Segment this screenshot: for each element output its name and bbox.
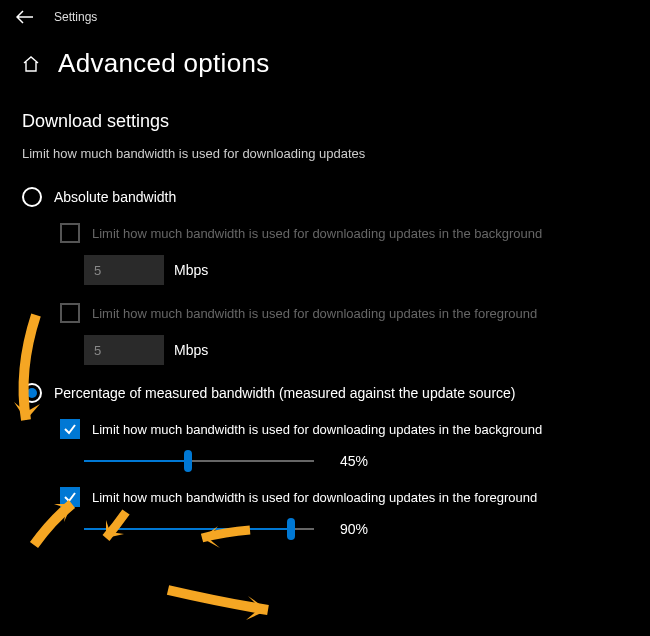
radio-label: Absolute bandwidth <box>54 189 176 205</box>
percentage-bandwidth-group: Limit how much bandwidth is used for dow… <box>22 419 650 539</box>
slider-thumb[interactable] <box>287 518 295 540</box>
slider-value: 45% <box>340 453 380 469</box>
checkbox-icon <box>60 223 80 243</box>
absolute-bg-input[interactable] <box>84 255 164 285</box>
download-settings-section: Download settings Limit how much bandwid… <box>0 101 650 539</box>
percentage-bg-slider[interactable] <box>84 451 314 471</box>
unit-label: Mbps <box>174 262 208 278</box>
home-icon[interactable] <box>22 55 40 73</box>
page-title: Advanced options <box>58 48 270 79</box>
radio-icon <box>22 187 42 207</box>
absolute-bg-input-row: Mbps <box>60 255 650 285</box>
section-title: Download settings <box>22 111 650 132</box>
checkbox-icon <box>60 419 80 439</box>
absolute-fg-checkbox-row[interactable]: Limit how much bandwidth is used for dow… <box>60 303 650 323</box>
back-arrow-icon[interactable] <box>16 10 34 24</box>
slider-value: 90% <box>340 521 380 537</box>
percentage-bg-checkbox-row[interactable]: Limit how much bandwidth is used for dow… <box>60 419 650 439</box>
radio-icon <box>22 383 42 403</box>
slider-fill <box>84 460 188 462</box>
page-header: Advanced options <box>0 30 650 101</box>
slider-fill <box>84 528 291 530</box>
percentage-fg-checkbox-row[interactable]: Limit how much bandwidth is used for dow… <box>60 487 650 507</box>
checkbox-icon <box>60 303 80 323</box>
app-title: Settings <box>54 10 97 24</box>
section-description: Limit how much bandwidth is used for dow… <box>22 146 650 161</box>
absolute-fg-input-row: Mbps <box>60 335 650 365</box>
percentage-bg-slider-row: 45% <box>60 451 650 471</box>
percentage-fg-slider-row: 90% <box>60 519 650 539</box>
checkbox-label: Limit how much bandwidth is used for dow… <box>92 306 537 321</box>
percentage-fg-slider[interactable] <box>84 519 314 539</box>
checkbox-icon <box>60 487 80 507</box>
absolute-fg-input[interactable] <box>84 335 164 365</box>
absolute-bandwidth-radio-row[interactable]: Absolute bandwidth <box>22 187 650 207</box>
checkbox-label: Limit how much bandwidth is used for dow… <box>92 422 542 437</box>
slider-thumb[interactable] <box>184 450 192 472</box>
absolute-bandwidth-group: Limit how much bandwidth is used for dow… <box>22 223 650 365</box>
radio-label: Percentage of measured bandwidth (measur… <box>54 385 516 401</box>
checkbox-label: Limit how much bandwidth is used for dow… <box>92 490 537 505</box>
absolute-bg-checkbox-row[interactable]: Limit how much bandwidth is used for dow… <box>60 223 650 243</box>
percentage-bandwidth-radio-row[interactable]: Percentage of measured bandwidth (measur… <box>22 383 650 403</box>
unit-label: Mbps <box>174 342 208 358</box>
title-bar: Settings <box>0 0 650 30</box>
annotation-arrow <box>160 582 290 622</box>
checkbox-label: Limit how much bandwidth is used for dow… <box>92 226 542 241</box>
